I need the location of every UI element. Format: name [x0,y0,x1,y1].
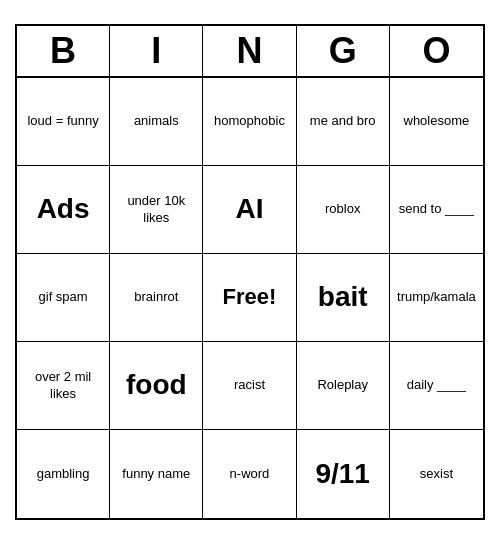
bingo-cell: send to ____ [390,166,483,254]
bingo-card: BINGO loud = funnyanimalshomophobicme an… [15,24,485,520]
bingo-cell: brainrot [110,254,203,342]
header-letter: B [17,26,110,76]
header-letter: G [297,26,390,76]
bingo-grid: loud = funnyanimalshomophobicme and brow… [17,78,483,518]
bingo-cell: gif spam [17,254,110,342]
bingo-cell: funny name [110,430,203,518]
bingo-cell: homophobic [203,78,296,166]
bingo-cell: 9/11 [297,430,390,518]
bingo-cell: AI [203,166,296,254]
bingo-cell: over 2 mil likes [17,342,110,430]
bingo-cell: n-word [203,430,296,518]
bingo-cell: Roleplay [297,342,390,430]
bingo-cell: food [110,342,203,430]
header-letter: O [390,26,483,76]
bingo-cell: loud = funny [17,78,110,166]
bingo-cell: trump/kamala [390,254,483,342]
bingo-cell: racist [203,342,296,430]
bingo-cell: wholesome [390,78,483,166]
bingo-cell: under 10k likes [110,166,203,254]
bingo-cell: Ads [17,166,110,254]
bingo-cell: daily ____ [390,342,483,430]
bingo-cell: roblox [297,166,390,254]
bingo-cell: animals [110,78,203,166]
bingo-header: BINGO [17,26,483,78]
bingo-cell: bait [297,254,390,342]
header-letter: I [110,26,203,76]
bingo-cell: gambling [17,430,110,518]
bingo-cell: Free! [203,254,296,342]
bingo-cell: me and bro [297,78,390,166]
bingo-cell: sexist [390,430,483,518]
header-letter: N [203,26,296,76]
